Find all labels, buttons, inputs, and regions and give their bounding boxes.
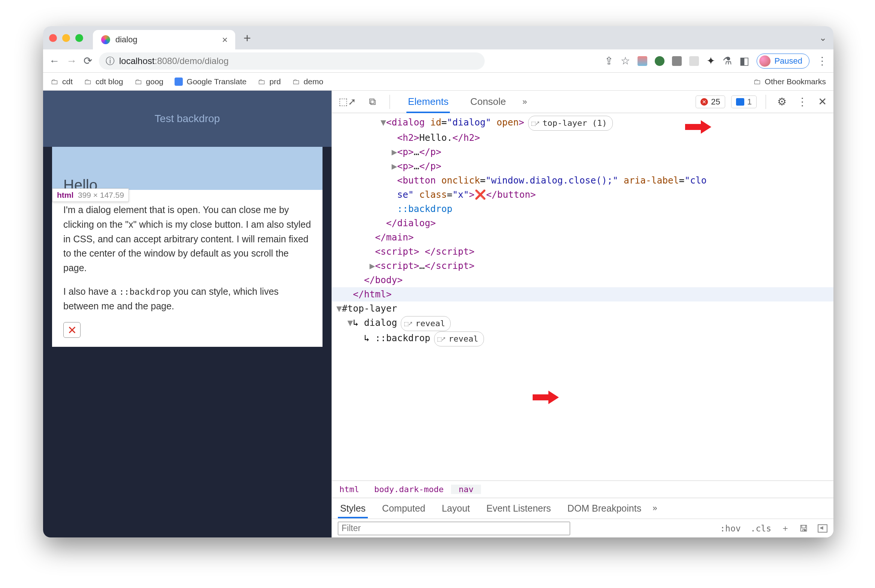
extensions-puzzle-icon[interactable]: ✦ <box>707 55 715 67</box>
folder-icon: 🗀 <box>753 77 761 86</box>
tab-elements[interactable]: Elements <box>401 91 455 113</box>
folder-icon: 🗀 <box>135 77 143 86</box>
bookmark-demo[interactable]: 🗀demo <box>292 77 324 86</box>
url-text: localhost:8080/demo/dialog <box>119 56 228 66</box>
toggle-sidebar-icon[interactable] <box>818 524 827 532</box>
tabs-chevron-icon[interactable]: ⌄ <box>819 33 827 43</box>
computed-sidebar-icon[interactable]: 🖫 <box>799 524 808 533</box>
dialog-paragraph-1: I'm a dialog element that is open. You c… <box>63 202 311 275</box>
share-icon[interactable]: ⇪ <box>605 55 613 67</box>
forward-button[interactable]: → <box>66 55 77 67</box>
bookmark-star-icon[interactable]: ☆ <box>621 55 630 67</box>
reveal-badge-dialog[interactable]: ⬚➚reveal <box>401 316 450 331</box>
annotation-arrow-icon <box>533 386 559 415</box>
inspect-icon[interactable]: ⬚➚ <box>336 96 359 108</box>
bookmarks-bar: 🗀cdt 🗀cdt blog 🗀goog Google Translate 🗀p… <box>43 73 833 91</box>
devtools-close-icon[interactable]: ✕ <box>816 96 829 108</box>
folder-icon: 🗀 <box>292 77 300 86</box>
labs-flask-icon[interactable]: ⚗ <box>723 55 732 67</box>
tab-dom-breakpoints[interactable]: DOM Breakpoints <box>559 498 650 518</box>
tab-title: dialog <box>116 35 138 45</box>
folder-icon: 🗀 <box>51 77 59 86</box>
dom-tree[interactable]: ▼<dialog id="dialog" open>⬚➚top-layer (1… <box>332 113 833 480</box>
message-badge[interactable]: 1 <box>731 96 756 108</box>
reload-button[interactable]: ⟳ <box>84 55 92 67</box>
omnibox[interactable]: ⓘ localhost:8080/demo/dialog <box>99 52 485 70</box>
toolbar-right: ⇪ ☆ ✦ ⚗ ◧ Paused ⋮ <box>605 54 827 69</box>
window-zoom-button[interactable] <box>75 34 83 42</box>
rendered-page: Test backdrop Hello. html 399 × 147.59 I… <box>43 91 332 537</box>
back-button[interactable]: ← <box>49 55 60 67</box>
sidepanel-icon[interactable]: ◧ <box>739 55 749 67</box>
dialog-paragraph-2: I also have a ::backdrop you can style, … <box>63 284 311 314</box>
device-toggle-icon[interactable]: ⧉ <box>367 96 378 108</box>
favicon <box>101 35 110 44</box>
tab-console[interactable]: Console <box>463 91 512 113</box>
extension-green-icon[interactable] <box>655 56 665 66</box>
hov-toggle[interactable]: :hov <box>720 524 740 533</box>
new-tab-button[interactable]: + <box>243 31 251 45</box>
tabstrip: dialog × + ⌄ <box>43 26 833 50</box>
styles-tabbar: Styles Computed Layout Event Listeners D… <box>332 498 833 519</box>
other-bookmarks[interactable]: 🗀Other Bookmarks <box>753 77 826 86</box>
content-split: Test backdrop Hello. html 399 × 147.59 I… <box>43 91 833 537</box>
bookmark-cdt-blog[interactable]: 🗀cdt blog <box>84 77 123 86</box>
extension-grey-icon[interactable] <box>689 56 699 66</box>
kebab-menu-icon[interactable]: ⋮ <box>817 55 827 67</box>
avatar <box>759 56 770 67</box>
tabs-overflow-icon[interactable]: » <box>522 97 527 107</box>
devtools-kebab-icon[interactable]: ⋮ <box>795 96 810 108</box>
window-close-button[interactable] <box>49 34 57 42</box>
crumb-html[interactable]: html <box>332 484 367 494</box>
tooltip-tag: html <box>57 190 74 199</box>
folder-icon: 🗀 <box>84 77 92 86</box>
site-info-icon[interactable]: ⓘ <box>106 55 115 67</box>
styles-overflow-icon[interactable]: » <box>653 503 657 513</box>
gear-icon[interactable]: ⚙ <box>775 96 789 108</box>
inspect-tooltip: html 399 × 147.59 <box>52 188 129 202</box>
window-minimize-button[interactable] <box>62 34 70 42</box>
devtools-tabbar: ⬚➚ ⧉ Elements Console » ✕25 1 ⚙ ⋮ ✕ <box>332 91 833 113</box>
reveal-badge-backdrop[interactable]: ⬚➚reveal <box>434 332 484 346</box>
folder-icon: 🗀 <box>258 77 266 86</box>
tab-close-icon[interactable]: × <box>222 34 228 46</box>
browser-window: dialog × + ⌄ ← → ⟳ ⓘ localhost:8080/demo… <box>43 26 833 537</box>
browser-tab[interactable]: dialog × <box>93 30 235 50</box>
crumb-body[interactable]: body.dark-mode <box>367 484 451 494</box>
devtools-panel: ⬚➚ ⧉ Elements Console » ✕25 1 ⚙ ⋮ ✕ ▼<di… <box>332 91 833 537</box>
cls-toggle[interactable]: .cls <box>750 524 771 533</box>
error-badge[interactable]: ✕25 <box>696 96 725 108</box>
crumb-nav[interactable]: nav <box>451 484 481 494</box>
tooltip-dimensions: 399 × 147.59 <box>78 190 124 199</box>
dialog-element: Hello. html 399 × 147.59 I'm a dialog el… <box>52 147 323 347</box>
profile-pill[interactable]: Paused <box>756 54 809 69</box>
traffic-lights <box>49 34 83 42</box>
bookmark-prd[interactable]: 🗀prd <box>258 77 281 86</box>
extension-n-icon[interactable] <box>672 56 682 66</box>
extension-scissors-icon[interactable] <box>638 56 647 66</box>
bookmark-goog[interactable]: 🗀goog <box>135 77 164 86</box>
bookmark-cdt[interactable]: 🗀cdt <box>51 77 73 86</box>
styles-toolbar: :hov .cls ＋ 🖫 <box>332 519 833 537</box>
new-style-rule-icon[interactable]: ＋ <box>781 522 789 534</box>
profile-label: Paused <box>774 56 802 66</box>
dom-breadcrumbs[interactable]: html body.dark-mode nav <box>332 480 833 498</box>
bookmark-google-translate[interactable]: Google Translate <box>174 77 246 86</box>
tab-styles[interactable]: Styles <box>332 498 374 518</box>
dialog-close-button[interactable]: ✕ <box>63 322 81 338</box>
tab-computed[interactable]: Computed <box>374 498 434 518</box>
styles-filter-input[interactable] <box>338 522 570 535</box>
address-bar: ← → ⟳ ⓘ localhost:8080/demo/dialog ⇪ ☆ ✦… <box>43 50 833 73</box>
tab-event-listeners[interactable]: Event Listeners <box>478 498 559 518</box>
page-header: Test backdrop <box>43 91 332 147</box>
top-layer-badge[interactable]: ⬚➚top-layer (1) <box>528 116 613 131</box>
translate-icon <box>174 78 183 86</box>
tab-layout[interactable]: Layout <box>434 498 478 518</box>
